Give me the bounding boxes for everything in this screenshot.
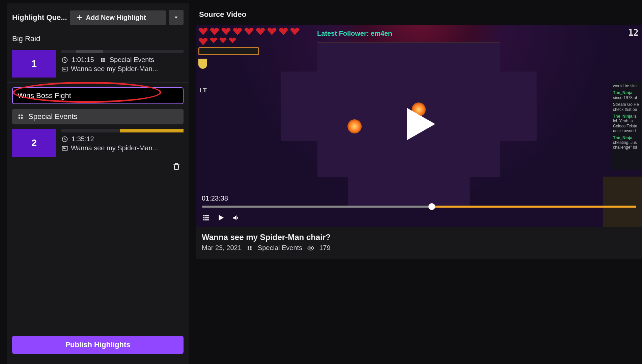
video-timestamp: 01:23:38: [202, 194, 636, 202]
highlight-progress-bar: [61, 129, 184, 132]
latest-follower-label: Latest Follower: em4en: [317, 30, 392, 37]
highlight-queue-sidebar: Highlight Que... Add New Highlight Big R…: [7, 3, 189, 364]
highlight-duration: 1:01:15: [72, 56, 94, 64]
hud-counter: 12: [628, 28, 639, 38]
hud-lt-label: LT: [200, 87, 207, 94]
publish-highlights-button[interactable]: Publish Highlights: [12, 336, 184, 354]
clock-icon: [61, 57, 68, 63]
highlight-info: 1:35:12 Wanna see my Spider-Man...: [61, 129, 184, 157]
svg-point-24: [310, 247, 312, 249]
chat-overlay: would be simi The_Ninja since 1978 at St…: [612, 82, 642, 170]
volume-button[interactable]: [232, 214, 240, 221]
highlight-item[interactable]: 2 1:35:12 Wanna see my Spider-Man...: [7, 128, 189, 160]
svg-point-21: [250, 246, 252, 248]
description-icon: [61, 66, 68, 72]
svg-point-6: [19, 115, 21, 117]
svg-point-20: [248, 246, 249, 248]
highlight-description: Wanna see my Spider-Man...: [71, 65, 158, 73]
trash-icon: [172, 162, 181, 171]
video-category: Special Events: [258, 244, 302, 252]
svg-point-3: [101, 60, 103, 62]
svg-rect-15: [203, 217, 204, 218]
svg-marker-12: [407, 108, 435, 140]
video-metadata: Wanna see my Spider-Man chair? Mar 23, 2…: [196, 227, 642, 259]
highlight-item[interactable]: 1 1:01:15 Special Events Wanna see my Sp: [7, 47, 189, 81]
clock-icon: [61, 136, 68, 143]
highlight-section-title: Big Raid: [7, 30, 189, 47]
svg-rect-17: [203, 219, 204, 220]
svg-rect-13: [203, 215, 204, 216]
video-player[interactable]: LT Latest Follower: em4en 12 would be si…: [196, 25, 642, 227]
video-progress-bar[interactable]: [202, 206, 636, 208]
play-button[interactable]: [217, 214, 225, 221]
svg-point-8: [19, 117, 21, 119]
svg-rect-16: [204, 217, 209, 218]
queue-title: Highlight Que...: [12, 13, 67, 22]
svg-rect-14: [204, 215, 209, 216]
hud-bar: [198, 47, 259, 55]
hud-hearts: [198, 27, 306, 45]
divider: [7, 82, 189, 83]
gamepad-icon: [246, 245, 253, 251]
svg-point-7: [21, 115, 23, 117]
highlight-info: 1:01:15 Special Events Wanna see my Spid…: [61, 50, 184, 78]
chevron-down-icon: [173, 14, 179, 21]
add-highlight-button[interactable]: Add New Highlight: [70, 10, 166, 25]
delete-highlight-button[interactable]: [172, 162, 181, 171]
highlight-title-input[interactable]: [12, 87, 184, 104]
add-highlight-label: Add New Highlight: [86, 14, 146, 22]
gamepad-icon: [17, 113, 24, 120]
video-title: Wanna see my Spider-Man chair?: [202, 233, 636, 242]
video-views: 179: [319, 244, 330, 252]
volume-icon: [232, 214, 240, 221]
sidebar-header: Highlight Que... Add New Highlight: [7, 10, 189, 30]
svg-rect-18: [204, 219, 209, 220]
svg-point-9: [21, 117, 23, 119]
eye-icon: [307, 244, 314, 252]
add-dropdown-button[interactable]: [169, 10, 184, 25]
play-icon: [217, 214, 225, 221]
highlight-category: Special Events: [110, 56, 154, 64]
description-icon: [61, 145, 68, 152]
source-video-title: Source Video: [196, 3, 642, 25]
highlight-thumb: 2: [12, 129, 56, 157]
highlight-thumb: 1: [12, 50, 56, 78]
video-controls: 01:23:38: [196, 190, 642, 227]
highlight-description: Wanna see my Spider-Man...: [71, 144, 158, 152]
svg-point-1: [101, 58, 103, 60]
svg-point-22: [248, 248, 249, 250]
chapters-button[interactable]: [202, 214, 210, 222]
highlight-category-label: Special Events: [28, 112, 78, 121]
plus-icon: [76, 14, 83, 21]
hud-item: [198, 59, 207, 69]
highlight-category-select[interactable]: Special Events: [12, 109, 184, 124]
svg-point-23: [250, 248, 252, 250]
highlight-edit-block: Special Events: [7, 84, 189, 128]
play-overlay-button[interactable]: [399, 104, 439, 144]
gamepad-icon: [100, 57, 106, 63]
svg-point-2: [103, 58, 105, 60]
highlight-duration: 1:35:12: [72, 135, 94, 143]
list-icon: [202, 214, 210, 222]
main-panel: Source Video LT Latest Follower: em4en 1…: [196, 3, 642, 364]
svg-marker-19: [219, 215, 224, 221]
video-date: Mar 23, 2021: [202, 244, 242, 252]
svg-point-4: [103, 60, 105, 62]
highlight-progress-bar: [61, 50, 184, 53]
